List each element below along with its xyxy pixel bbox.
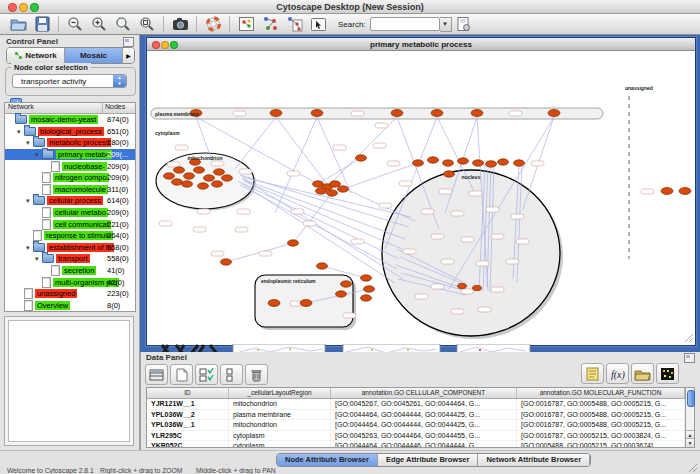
new-attribute-icon[interactable] [170, 364, 193, 385]
file-icon [42, 184, 51, 195]
scroll-down-icon[interactable]: ▼ [686, 438, 694, 447]
zoom-selected-icon[interactable] [136, 15, 158, 33]
expand-triangle-icon[interactable]: ▾ [26, 139, 33, 146]
tree-row-label: macromolecule [53, 185, 108, 194]
unselect-attributes-icon[interactable] [220, 364, 243, 385]
search-dropdown-arrow-icon[interactable]: ▼ [440, 17, 452, 32]
network-tree-row[interactable]: ▾cellular process614(0) [5, 195, 135, 207]
network-tree-row[interactable]: secretion41(0) [5, 265, 135, 277]
note-icon[interactable] [581, 363, 604, 384]
network-tree-row[interactable]: ▾biological_process651(0) [5, 126, 135, 138]
select-attributes-icon[interactable] [195, 364, 218, 385]
expand-triangle-icon[interactable]: ▾ [17, 128, 24, 135]
tab-overflow-button[interactable]: ▶ [123, 48, 134, 63]
network-tree-row[interactable]: nucleobase-209(0) [5, 160, 135, 172]
svg-text:mitochondrion: mitochondrion [188, 155, 223, 161]
network-tree-row[interactable]: mosaic-demo-yeast874(0) [5, 114, 135, 126]
file-icon [42, 219, 51, 230]
table-row[interactable]: YJR121W__1mitochondrion[GO:0045267, GO:0… [147, 399, 685, 410]
network-tree-row[interactable]: ▾establishment of lo558(0) [5, 242, 135, 254]
table-scrollbar[interactable]: ▲ ▼ [685, 387, 695, 448]
open-icon[interactable] [7, 15, 29, 33]
network-tree-row[interactable]: cellular metabo209(0) [5, 207, 135, 219]
float-panel-icon[interactable] [684, 353, 695, 363]
minimized-network-thumbnail[interactable] [343, 344, 440, 352]
tree-row-node-count: 41(0) [107, 266, 125, 275]
tree-row-node-count: 264(0) [107, 231, 129, 240]
import-attributes-icon[interactable] [631, 363, 654, 384]
resize-grip-icon[interactable] [685, 334, 693, 342]
scrollbar-thumb[interactable] [687, 390, 695, 407]
table-column-header[interactable]: ID [147, 388, 229, 398]
table-cell: [GO:0044464, GO:0044444, GO:0044425, G..… [331, 420, 517, 430]
network-tree-row[interactable]: ▾primary metabo209(... [5, 149, 135, 161]
table-row[interactable]: YPL036W__2plasma membrane[GO:0044464, GO… [147, 410, 685, 421]
table-column-header[interactable]: annotation.GO MOLECULAR_FUNCTION [517, 388, 685, 398]
birdseye-view[interactable] [8, 320, 130, 442]
attribute-table-header[interactable]: ID_cellularLayoutRegionannotation.GO CEL… [147, 388, 685, 399]
matrix-icon[interactable] [656, 363, 679, 384]
toolbar-separator [229, 16, 230, 32]
network-overview-icon[interactable] [235, 15, 257, 33]
svg-text:endoplasmic reticulum: endoplasmic reticulum [261, 278, 316, 284]
delete-attribute-icon[interactable] [245, 364, 268, 385]
table-column-header[interactable]: annotation.GO CELLULAR_COMPONENT [331, 388, 517, 398]
table-row[interactable]: YPL036W__1mitochondrion[GO:0044464, GO:0… [147, 420, 685, 431]
network-tree-row[interactable]: cell communicat221(0) [5, 218, 135, 230]
network-tree-row[interactable]: nitrogen compo209(0) [5, 172, 135, 184]
node-color-dropdown[interactable]: transporter activity ▲▼ [12, 74, 127, 88]
attribute-table-icon[interactable] [145, 364, 168, 385]
tab-mosaic[interactable]: Mosaic [65, 48, 123, 63]
tab-edge-attribute-browser[interactable]: Edge Attribute Browser [378, 454, 478, 466]
network-tree-row[interactable]: macromolecule311(0) [5, 184, 135, 196]
zoom-fit-icon[interactable] [112, 15, 134, 33]
layout-organic-icon[interactable] [259, 15, 281, 33]
layout-force-icon[interactable] [283, 15, 305, 33]
window-resize-grip-icon[interactable] [688, 463, 698, 473]
expand-triangle-icon[interactable]: ▾ [35, 255, 42, 262]
save-icon[interactable] [31, 15, 53, 33]
zoom-in-icon[interactable] [88, 15, 110, 33]
float-panel-icon[interactable] [123, 37, 134, 47]
folder-icon [33, 243, 45, 252]
network-tree-row[interactable]: Overview8(0) [5, 300, 135, 312]
minimized-network-thumbnail[interactable] [233, 344, 325, 352]
tree-row-label: cellular process [47, 196, 103, 205]
tree-row-node-count: 42(0) [107, 278, 125, 287]
table-column-header[interactable]: _cellularLayoutRegion [229, 388, 331, 398]
expand-triangle-icon[interactable]: ▾ [35, 151, 42, 158]
search-input[interactable] [370, 17, 440, 31]
tree-row-node-count: 8(0) [107, 301, 120, 310]
tab-network[interactable]: Network [7, 48, 65, 63]
formula-builder-icon[interactable]: f(x) [606, 363, 629, 384]
minimized-network-thumbnail[interactable] [457, 344, 530, 352]
network-tree-row[interactable]: multi-organism pro42(0) [5, 276, 135, 288]
toolbar-separator [196, 16, 197, 32]
network-tree-row[interactable]: ▾metabolic process280(0) [5, 137, 135, 149]
minimized-window-glyph[interactable] [162, 345, 218, 352]
region-shapes [151, 96, 629, 339]
table-row[interactable]: YLR295Ccytoplasm[GO:0045263, GO:0044464,… [147, 431, 685, 442]
status-text: Middle-click + drag to PAN [196, 467, 276, 474]
network-tree-row[interactable]: unassigned223(0) [5, 288, 135, 300]
annotation-icon[interactable] [307, 15, 329, 33]
svg-text:unassigned: unassigned [625, 85, 653, 91]
snapshot-icon[interactable] [169, 15, 191, 33]
tree-row-label: Overview [35, 301, 70, 310]
expand-triangle-icon[interactable]: ▾ [26, 197, 33, 204]
zoom-out-icon[interactable] [64, 15, 86, 33]
tab-network-attribute-browser[interactable]: Network Attribute Browser [478, 454, 590, 466]
help-icon[interactable] [202, 15, 224, 33]
table-cell: mitochondrion [229, 399, 331, 409]
expand-triangle-icon[interactable]: ▾ [26, 244, 33, 251]
network-canvas[interactable]: plasma membrane cytoplasm mitochondrion … [147, 51, 695, 344]
table-row[interactable]: YKR052Ccytoplasm[GO:0044464, GO:0044446,… [147, 441, 685, 448]
network-window-titlebar[interactable]: primary metabolic process [147, 38, 695, 51]
window-titlebar: Cytoscape Desktop (New Session) [0, 0, 700, 14]
network-tree-row[interactable]: response to stimulu264(0) [5, 230, 135, 242]
tab-node-attribute-browser[interactable]: Node Attribute Browser [277, 454, 378, 466]
folder-icon [15, 115, 27, 124]
attribute-browser-tabs: Node Attribute BrowserEdge Attribute Bro… [276, 453, 591, 467]
network-tree-row[interactable]: ▾transport558(0) [5, 253, 135, 265]
search-config-icon[interactable] [453, 15, 475, 33]
